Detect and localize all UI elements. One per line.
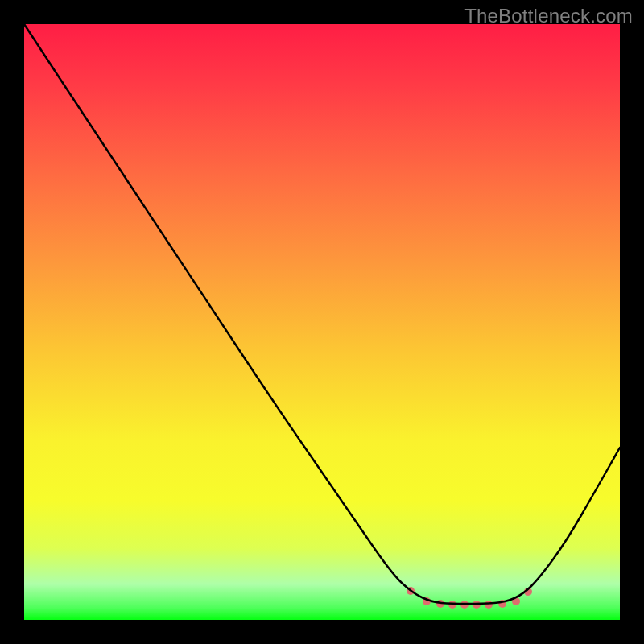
attribution-label: TheBottleneck.com	[464, 5, 633, 27]
heat-gradient	[24, 24, 620, 620]
chart-container: TheBottleneck.com	[0, 0, 644, 644]
